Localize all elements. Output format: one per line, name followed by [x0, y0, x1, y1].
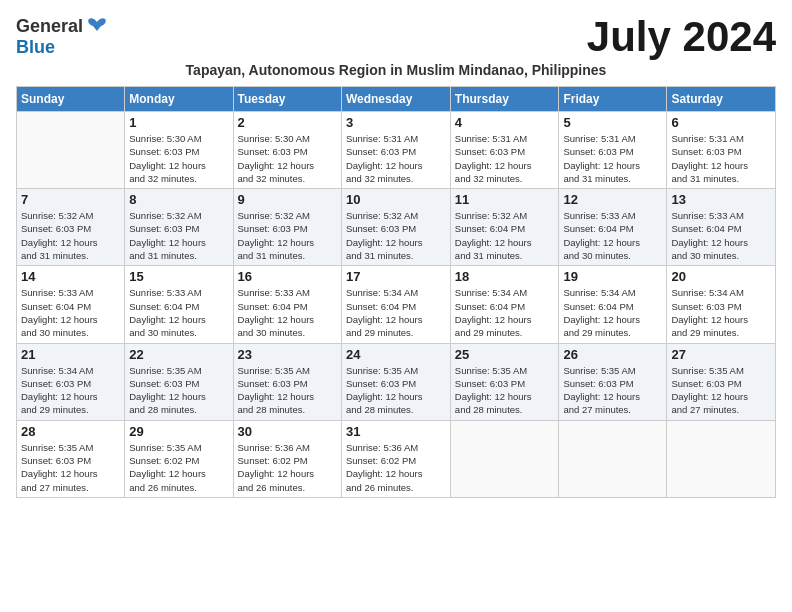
day-of-week-header: Wednesday — [341, 87, 450, 112]
day-number: 2 — [238, 115, 337, 130]
day-number: 30 — [238, 424, 337, 439]
day-number: 6 — [671, 115, 771, 130]
day-info: Sunrise: 5:34 AM Sunset: 6:04 PM Dayligh… — [455, 286, 555, 339]
calendar-cell: 19Sunrise: 5:34 AM Sunset: 6:04 PM Dayli… — [559, 266, 667, 343]
calendar-cell: 27Sunrise: 5:35 AM Sunset: 6:03 PM Dayli… — [667, 343, 776, 420]
calendar-cell: 8Sunrise: 5:32 AM Sunset: 6:03 PM Daylig… — [125, 189, 233, 266]
calendar-cell: 20Sunrise: 5:34 AM Sunset: 6:03 PM Dayli… — [667, 266, 776, 343]
day-number: 20 — [671, 269, 771, 284]
calendar-cell: 6Sunrise: 5:31 AM Sunset: 6:03 PM Daylig… — [667, 112, 776, 189]
day-number: 14 — [21, 269, 120, 284]
day-number: 1 — [129, 115, 228, 130]
day-number: 22 — [129, 347, 228, 362]
day-number: 23 — [238, 347, 337, 362]
calendar-cell — [450, 420, 559, 497]
day-number: 12 — [563, 192, 662, 207]
calendar-cell: 28Sunrise: 5:35 AM Sunset: 6:03 PM Dayli… — [17, 420, 125, 497]
calendar-cell: 2Sunrise: 5:30 AM Sunset: 6:03 PM Daylig… — [233, 112, 341, 189]
calendar-subtitle: Tapayan, Autonomous Region in Muslim Min… — [16, 62, 776, 78]
calendar-cell: 24Sunrise: 5:35 AM Sunset: 6:03 PM Dayli… — [341, 343, 450, 420]
day-info: Sunrise: 5:35 AM Sunset: 6:03 PM Dayligh… — [238, 364, 337, 417]
calendar-cell: 4Sunrise: 5:31 AM Sunset: 6:03 PM Daylig… — [450, 112, 559, 189]
day-number: 18 — [455, 269, 555, 284]
day-info: Sunrise: 5:33 AM Sunset: 6:04 PM Dayligh… — [238, 286, 337, 339]
day-info: Sunrise: 5:30 AM Sunset: 6:03 PM Dayligh… — [129, 132, 228, 185]
day-number: 26 — [563, 347, 662, 362]
logo: General Blue — [16, 16, 109, 58]
day-info: Sunrise: 5:32 AM Sunset: 6:03 PM Dayligh… — [129, 209, 228, 262]
day-info: Sunrise: 5:32 AM Sunset: 6:03 PM Dayligh… — [346, 209, 446, 262]
calendar-cell: 17Sunrise: 5:34 AM Sunset: 6:04 PM Dayli… — [341, 266, 450, 343]
day-info: Sunrise: 5:33 AM Sunset: 6:04 PM Dayligh… — [129, 286, 228, 339]
calendar-cell: 29Sunrise: 5:35 AM Sunset: 6:02 PM Dayli… — [125, 420, 233, 497]
day-number: 16 — [238, 269, 337, 284]
day-number: 17 — [346, 269, 446, 284]
day-info: Sunrise: 5:36 AM Sunset: 6:02 PM Dayligh… — [346, 441, 446, 494]
day-number: 28 — [21, 424, 120, 439]
calendar-cell: 3Sunrise: 5:31 AM Sunset: 6:03 PM Daylig… — [341, 112, 450, 189]
day-of-week-header: Thursday — [450, 87, 559, 112]
day-number: 8 — [129, 192, 228, 207]
calendar-cell: 13Sunrise: 5:33 AM Sunset: 6:04 PM Dayli… — [667, 189, 776, 266]
calendar-cell: 12Sunrise: 5:33 AM Sunset: 6:04 PM Dayli… — [559, 189, 667, 266]
day-number: 29 — [129, 424, 228, 439]
day-number: 19 — [563, 269, 662, 284]
day-number: 11 — [455, 192, 555, 207]
calendar-cell: 30Sunrise: 5:36 AM Sunset: 6:02 PM Dayli… — [233, 420, 341, 497]
day-of-week-header: Saturday — [667, 87, 776, 112]
calendar-cell: 16Sunrise: 5:33 AM Sunset: 6:04 PM Dayli… — [233, 266, 341, 343]
day-number: 27 — [671, 347, 771, 362]
day-info: Sunrise: 5:34 AM Sunset: 6:04 PM Dayligh… — [563, 286, 662, 339]
day-of-week-header: Tuesday — [233, 87, 341, 112]
calendar-cell — [559, 420, 667, 497]
logo-blue-text: Blue — [16, 37, 55, 58]
day-number: 24 — [346, 347, 446, 362]
day-info: Sunrise: 5:31 AM Sunset: 6:03 PM Dayligh… — [563, 132, 662, 185]
day-info: Sunrise: 5:33 AM Sunset: 6:04 PM Dayligh… — [671, 209, 771, 262]
day-number: 3 — [346, 115, 446, 130]
day-info: Sunrise: 5:35 AM Sunset: 6:03 PM Dayligh… — [671, 364, 771, 417]
day-number: 15 — [129, 269, 228, 284]
calendar-cell: 21Sunrise: 5:34 AM Sunset: 6:03 PM Dayli… — [17, 343, 125, 420]
calendar-cell: 23Sunrise: 5:35 AM Sunset: 6:03 PM Dayli… — [233, 343, 341, 420]
calendar-cell — [17, 112, 125, 189]
day-info: Sunrise: 5:34 AM Sunset: 6:04 PM Dayligh… — [346, 286, 446, 339]
day-info: Sunrise: 5:36 AM Sunset: 6:02 PM Dayligh… — [238, 441, 337, 494]
calendar-cell: 9Sunrise: 5:32 AM Sunset: 6:03 PM Daylig… — [233, 189, 341, 266]
day-of-week-header: Sunday — [17, 87, 125, 112]
logo-general-text: General — [16, 16, 83, 37]
calendar-cell — [667, 420, 776, 497]
day-number: 7 — [21, 192, 120, 207]
day-number: 21 — [21, 347, 120, 362]
day-info: Sunrise: 5:31 AM Sunset: 6:03 PM Dayligh… — [671, 132, 771, 185]
day-number: 31 — [346, 424, 446, 439]
day-info: Sunrise: 5:35 AM Sunset: 6:03 PM Dayligh… — [455, 364, 555, 417]
day-info: Sunrise: 5:34 AM Sunset: 6:03 PM Dayligh… — [21, 364, 120, 417]
calendar-cell: 18Sunrise: 5:34 AM Sunset: 6:04 PM Dayli… — [450, 266, 559, 343]
day-info: Sunrise: 5:35 AM Sunset: 6:03 PM Dayligh… — [21, 441, 120, 494]
logo-bird-icon — [85, 17, 109, 37]
calendar-cell: 1Sunrise: 5:30 AM Sunset: 6:03 PM Daylig… — [125, 112, 233, 189]
day-info: Sunrise: 5:31 AM Sunset: 6:03 PM Dayligh… — [346, 132, 446, 185]
calendar-cell: 15Sunrise: 5:33 AM Sunset: 6:04 PM Dayli… — [125, 266, 233, 343]
day-info: Sunrise: 5:33 AM Sunset: 6:04 PM Dayligh… — [21, 286, 120, 339]
day-info: Sunrise: 5:33 AM Sunset: 6:04 PM Dayligh… — [563, 209, 662, 262]
calendar-cell: 5Sunrise: 5:31 AM Sunset: 6:03 PM Daylig… — [559, 112, 667, 189]
calendar-cell: 7Sunrise: 5:32 AM Sunset: 6:03 PM Daylig… — [17, 189, 125, 266]
calendar-cell: 26Sunrise: 5:35 AM Sunset: 6:03 PM Dayli… — [559, 343, 667, 420]
calendar-table: SundayMondayTuesdayWednesdayThursdayFrid… — [16, 86, 776, 498]
calendar-cell: 14Sunrise: 5:33 AM Sunset: 6:04 PM Dayli… — [17, 266, 125, 343]
calendar-cell: 22Sunrise: 5:35 AM Sunset: 6:03 PM Dayli… — [125, 343, 233, 420]
calendar-cell: 10Sunrise: 5:32 AM Sunset: 6:03 PM Dayli… — [341, 189, 450, 266]
day-info: Sunrise: 5:34 AM Sunset: 6:03 PM Dayligh… — [671, 286, 771, 339]
day-info: Sunrise: 5:35 AM Sunset: 6:03 PM Dayligh… — [346, 364, 446, 417]
day-number: 25 — [455, 347, 555, 362]
calendar-cell: 11Sunrise: 5:32 AM Sunset: 6:04 PM Dayli… — [450, 189, 559, 266]
day-info: Sunrise: 5:31 AM Sunset: 6:03 PM Dayligh… — [455, 132, 555, 185]
day-info: Sunrise: 5:35 AM Sunset: 6:02 PM Dayligh… — [129, 441, 228, 494]
day-number: 9 — [238, 192, 337, 207]
day-info: Sunrise: 5:32 AM Sunset: 6:04 PM Dayligh… — [455, 209, 555, 262]
day-number: 13 — [671, 192, 771, 207]
day-info: Sunrise: 5:32 AM Sunset: 6:03 PM Dayligh… — [238, 209, 337, 262]
calendar-cell: 25Sunrise: 5:35 AM Sunset: 6:03 PM Dayli… — [450, 343, 559, 420]
